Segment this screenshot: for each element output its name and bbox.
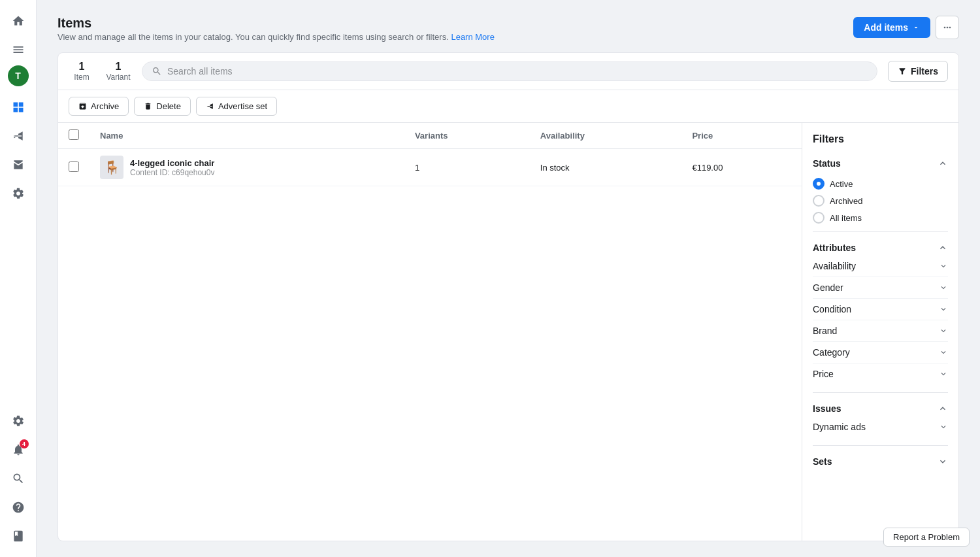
content-panel: 1 Item 1 Variant Filters Archive <box>57 52 959 541</box>
attribute-filter-row[interactable]: Condition <box>813 299 948 320</box>
item-count-stat: 1 Item <box>69 61 95 82</box>
main-content: Items View and manage all the items in y… <box>37 0 980 557</box>
filters-icon <box>898 67 907 76</box>
status-filter-options: Active Archived All items <box>813 178 948 224</box>
row-checkbox[interactable] <box>69 161 79 172</box>
issues-filter-title: Issues <box>813 403 841 414</box>
page-title-section: Items View and manage all the items in y… <box>57 16 495 42</box>
attribute-filter-row[interactable]: Gender <box>813 277 948 299</box>
status-filter-option[interactable]: Archived <box>813 195 948 207</box>
table-row: 🪑 4-legged iconic chair Content ID: c69q… <box>58 149 802 186</box>
avatar[interactable]: T <box>8 65 29 86</box>
archive-button[interactable]: Archive <box>69 97 129 116</box>
delete-icon <box>144 102 152 110</box>
report-problem-button[interactable]: Report a Problem <box>883 528 970 547</box>
item-name: 4-legged iconic chair <box>130 158 214 168</box>
issues-filter-header[interactable]: Issues <box>813 401 948 416</box>
action-bar: Archive Delete Advertise set <box>58 90 958 123</box>
status-filter-title: Status <box>813 158 841 169</box>
attributes-rows: Availability Gender Condition Brand Cate… <box>813 256 948 384</box>
item-count-label: Item <box>74 73 89 82</box>
col-header-checkbox <box>58 123 90 149</box>
sidebar-store-icon[interactable] <box>5 152 31 178</box>
attribute-filter-row[interactable]: Brand <box>813 320 948 342</box>
col-header-name: Name <box>90 123 404 149</box>
delete-button[interactable]: Delete <box>134 97 191 116</box>
sidebar-gear-bottom-icon[interactable] <box>5 408 31 434</box>
sets-filter-header[interactable]: Sets <box>813 454 948 469</box>
top-bar: 1 Item 1 Variant Filters <box>58 53 958 90</box>
attribute-chevron-icon <box>939 369 948 379</box>
page-title: Items <box>57 16 495 31</box>
attribute-chevron-icon <box>939 283 948 292</box>
attribute-filter-label: Category <box>813 347 850 358</box>
issue-filter-label: Dynamic ads <box>813 422 866 432</box>
sidebar-megaphone-icon[interactable] <box>5 123 31 149</box>
archive-icon <box>78 102 87 110</box>
search-input[interactable] <box>167 66 868 76</box>
row-name-cell: 🪑 4-legged iconic chair Content ID: c69q… <box>90 149 404 186</box>
sidebar-settings-icon[interactable] <box>5 180 31 207</box>
attribute-filter-row[interactable]: Price <box>813 363 948 384</box>
row-price-cell: €119.00 <box>681 149 802 186</box>
sidebar-dashboard-icon[interactable] <box>5 94 31 120</box>
col-header-variants: Variants <box>404 123 530 149</box>
status-option-label: Active <box>830 179 853 189</box>
attributes-filter-header[interactable]: Attributes <box>813 240 948 256</box>
attribute-filter-row[interactable]: Availability <box>813 256 948 277</box>
status-option-label: Archived <box>830 196 863 206</box>
advertise-set-button[interactable]: Advertise set <box>196 97 277 116</box>
attribute-filter-label: Condition <box>813 304 851 314</box>
header-actions: Add items <box>853 16 959 39</box>
radio-circle <box>813 178 825 190</box>
issue-filter-row[interactable]: Dynamic ads <box>813 416 948 437</box>
more-options-button[interactable] <box>936 16 959 39</box>
sets-chevron-icon <box>938 456 948 467</box>
search-icon <box>152 66 162 76</box>
sidebar-menu-icon[interactable] <box>5 37 31 63</box>
sidebar-home-icon[interactable] <box>5 8 31 34</box>
filters-button[interactable]: Filters <box>888 61 948 82</box>
table-filters-wrap: Name Variants Availability Price 🪑 4-le <box>58 123 958 541</box>
help-icon[interactable] <box>5 494 31 520</box>
radio-circle <box>813 195 825 207</box>
learn-more-link[interactable]: Learn More <box>451 32 494 42</box>
issues-rows: Dynamic ads <box>813 416 948 437</box>
catalog-icon[interactable] <box>5 523 31 549</box>
item-details: 4-legged iconic chair Content ID: c69qeh… <box>130 158 214 177</box>
attribute-chevron-icon <box>939 326 948 335</box>
attribute-chevron-icon <box>939 348 948 357</box>
add-items-button[interactable]: Add items <box>853 17 930 38</box>
left-sidebar: T 4 <box>0 0 37 557</box>
attribute-chevron-icon <box>939 262 948 271</box>
search-bottom-icon[interactable] <box>5 465 31 492</box>
status-filter-option[interactable]: All items <box>813 212 948 224</box>
radio-circle <box>813 212 825 224</box>
item-info: 🪑 4-legged iconic chair Content ID: c69q… <box>100 156 394 179</box>
select-all-checkbox[interactable] <box>69 129 79 140</box>
sidebar-bottom: 4 <box>5 408 31 549</box>
filters-panel-title: Filters <box>813 133 948 145</box>
item-thumbnail: 🪑 <box>100 156 123 179</box>
page-header: Items View and manage all the items in y… <box>57 16 959 42</box>
attribute-filter-row[interactable]: Category <box>813 342 948 363</box>
issue-chevron-icon <box>939 422 948 431</box>
attributes-filter-section: Attributes Availability Gender Condition… <box>813 240 948 393</box>
sets-filter-title: Sets <box>813 456 832 467</box>
attribute-filter-label: Brand <box>813 326 837 336</box>
attributes-chevron-icon <box>938 243 948 253</box>
attribute-filter-label: Gender <box>813 282 843 293</box>
attribute-chevron-icon <box>939 305 948 314</box>
variant-count-label: Variant <box>106 73 130 82</box>
advertise-icon <box>206 102 214 110</box>
stats: 1 Item 1 Variant <box>69 61 131 82</box>
status-filter-header[interactable]: Status <box>813 156 948 171</box>
row-checkbox-cell <box>58 149 90 186</box>
status-filter-option[interactable]: Active <box>813 178 948 190</box>
status-chevron-icon <box>938 158 948 169</box>
search-bar[interactable] <box>142 61 877 81</box>
issues-chevron-icon <box>938 403 948 414</box>
filters-panel: Filters Status Active Archived All items <box>802 123 958 541</box>
col-header-availability: Availability <box>530 123 682 149</box>
item-content-id: Content ID: c69qehou0v <box>130 168 214 177</box>
